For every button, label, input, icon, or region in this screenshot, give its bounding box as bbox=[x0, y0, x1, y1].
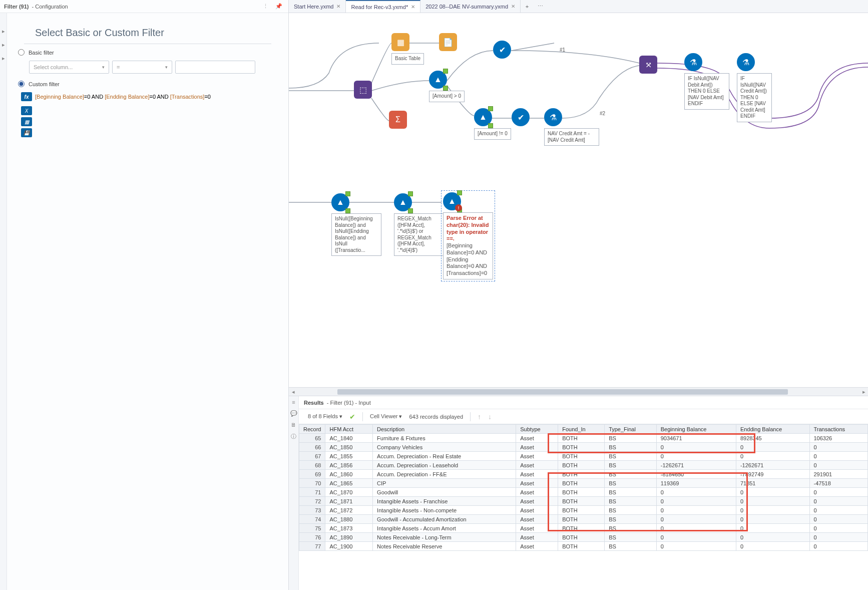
table-cell[interactable]: 0 bbox=[809, 497, 868, 506]
table-cell[interactable]: 0 bbox=[809, 524, 868, 533]
table-cell[interactable]: -1262671 bbox=[656, 461, 736, 470]
join-tool[interactable]: ⬚ bbox=[354, 81, 372, 99]
table-cell[interactable]: AC_1870 bbox=[325, 488, 373, 497]
tab-overflow-button[interactable]: ⋯ bbox=[534, 0, 547, 13]
table-cell[interactable]: Asset bbox=[516, 479, 558, 488]
table-cell[interactable]: 0 bbox=[736, 515, 809, 524]
column-header[interactable]: Type_Final bbox=[605, 425, 657, 434]
transpose-tool[interactable]: ⤧ bbox=[639, 56, 657, 74]
table-cell[interactable]: 0 bbox=[736, 488, 809, 497]
table-cell[interactable]: Asset bbox=[516, 443, 558, 452]
table-cell[interactable]: Asset bbox=[516, 524, 558, 533]
table-cell[interactable]: 8928345 bbox=[736, 434, 809, 443]
table-cell[interactable]: Intangible Assets - Accum Amort bbox=[373, 524, 516, 533]
table-cell[interactable]: BOTH bbox=[558, 470, 605, 479]
scroll-left-icon[interactable]: ◂ bbox=[289, 389, 297, 395]
table-cell[interactable]: AC_1850 bbox=[325, 443, 373, 452]
table-cell[interactable]: 74 bbox=[299, 515, 325, 524]
column-header[interactable]: Description bbox=[373, 425, 516, 434]
table-cell[interactable]: Intangible Assets - Non-compete bbox=[373, 506, 516, 515]
table-cell[interactable]: 0 bbox=[656, 488, 736, 497]
table-cell[interactable]: Asset bbox=[516, 461, 558, 470]
table-cell[interactable]: Notes Receivable - Long-Term bbox=[373, 533, 516, 542]
table-row[interactable]: 66AC_1850Company VehiclesAssetBOTHBS000 bbox=[299, 443, 868, 452]
table-row[interactable]: 68AC_1856Accum. Depreciation - Leasehold… bbox=[299, 461, 868, 470]
table-cell[interactable]: BOTH bbox=[558, 497, 605, 506]
table-row[interactable]: 77AC_1900Notes Receivable ReserveAssetBO… bbox=[299, 542, 868, 551]
table-cell[interactable]: AC_1840 bbox=[325, 434, 373, 443]
table-row[interactable]: 74AC_1880Goodwill - Accumulated Amortiza… bbox=[299, 515, 868, 524]
table-cell[interactable]: Asset bbox=[516, 506, 558, 515]
table-cell[interactable]: BOTH bbox=[558, 488, 605, 497]
column-header[interactable]: Transactions bbox=[809, 425, 868, 434]
table-cell[interactable]: Asset bbox=[516, 470, 558, 479]
table-row[interactable]: 72AC_1871Intangible Assets - FranchiseAs… bbox=[299, 497, 868, 506]
table-row[interactable]: 76AC_1890Notes Receivable - Long-TermAss… bbox=[299, 533, 868, 542]
filter-expression[interactable]: [Beginning Balance]=0 AND [Endding Balan… bbox=[35, 93, 211, 100]
table-cell[interactable]: BS bbox=[605, 479, 657, 488]
fx-icon[interactable]: fx bbox=[21, 92, 32, 101]
column-header[interactable]: HFM Acct bbox=[325, 425, 373, 434]
table-row[interactable]: 70AC_1865CIPAssetBOTHBS11936971851-47518 bbox=[299, 479, 868, 488]
table-cell[interactable]: Asset bbox=[516, 488, 558, 497]
rail-item[interactable]: ▸ bbox=[2, 55, 5, 62]
table-cell[interactable]: BS bbox=[605, 434, 657, 443]
table-cell[interactable]: AC_1860 bbox=[325, 470, 373, 479]
table-cell[interactable]: BOTH bbox=[558, 434, 605, 443]
formula-tool[interactable]: ⚗IF IsNull([NAV Credit Amt]) THEN 0 ELSE… bbox=[737, 53, 772, 122]
table-cell[interactable]: Accum. Depreciation - FF&E bbox=[373, 470, 516, 479]
column-header[interactable]: Endding Balance bbox=[736, 425, 809, 434]
table-cell[interactable]: 0 bbox=[809, 515, 868, 524]
table-cell[interactable]: 0 bbox=[656, 533, 736, 542]
browse-tool[interactable]: ▦Basic Table bbox=[391, 33, 424, 65]
table-row[interactable]: 73AC_1872Intangible Assets - Non-compete… bbox=[299, 506, 868, 515]
fields-check-icon[interactable]: ✔ bbox=[349, 413, 355, 421]
workflow-tab-active[interactable]: Read for Rec-v3.yxmd*✕ bbox=[346, 0, 420, 13]
workflow-tab[interactable]: Start Here.yxmd✕ bbox=[289, 0, 346, 13]
table-cell[interactable]: -7892749 bbox=[736, 470, 809, 479]
table-cell[interactable]: BOTH bbox=[558, 443, 605, 452]
table-cell[interactable]: 72 bbox=[299, 497, 325, 506]
table-row[interactable]: 65AC_1840Furniture & FixturesAssetBOTHBS… bbox=[299, 434, 868, 443]
table-cell[interactable]: 0 bbox=[736, 497, 809, 506]
table-cell[interactable]: 0 bbox=[656, 515, 736, 524]
table-cell[interactable]: Asset bbox=[516, 542, 558, 551]
table-cell[interactable]: Asset bbox=[516, 497, 558, 506]
new-tab-button[interactable]: + bbox=[521, 0, 534, 13]
table-cell[interactable]: 0 bbox=[656, 506, 736, 515]
workflow-tab[interactable]: 2022 08--DAE NV-summary.yxmd✕ bbox=[420, 0, 521, 13]
column-header[interactable]: Beginning Balance bbox=[656, 425, 736, 434]
table-cell[interactable]: Furniture & Fixtures bbox=[373, 434, 516, 443]
table-row[interactable]: 67AC_1855Accum. Depreciation - Real Esta… bbox=[299, 452, 868, 461]
table-cell[interactable]: 0 bbox=[656, 524, 736, 533]
column-header[interactable]: Record bbox=[299, 425, 325, 434]
table-cell[interactable]: Asset bbox=[516, 515, 558, 524]
select-tool[interactable]: ✔ bbox=[512, 108, 530, 126]
browse-tool[interactable]: 📄 bbox=[439, 33, 457, 51]
table-cell[interactable]: BS bbox=[605, 506, 657, 515]
table-cell[interactable]: 0 bbox=[736, 452, 809, 461]
table-cell[interactable]: AC_1871 bbox=[325, 497, 373, 506]
table-cell[interactable]: 0 bbox=[736, 506, 809, 515]
table-cell[interactable]: BS bbox=[605, 470, 657, 479]
table-row[interactable]: 71AC_1870GoodwillAssetBOTHBS000 bbox=[299, 488, 868, 497]
table-cell[interactable]: 119369 bbox=[656, 479, 736, 488]
table-cell[interactable]: BS bbox=[605, 461, 657, 470]
filter-tool[interactable]: ▲[Amount] > 0 bbox=[429, 71, 465, 102]
table-cell[interactable]: Accum. Depreciation - Leasehold bbox=[373, 461, 516, 470]
table-cell[interactable]: BS bbox=[605, 452, 657, 461]
table-cell[interactable]: 0 bbox=[736, 524, 809, 533]
results-info-icon[interactable]: ⓘ bbox=[291, 433, 296, 440]
table-cell[interactable]: 0 bbox=[809, 488, 868, 497]
select-tool[interactable]: ✔ bbox=[493, 41, 511, 59]
operator-dropdown[interactable]: =▾ bbox=[112, 61, 172, 74]
table-cell[interactable]: Goodwill bbox=[373, 488, 516, 497]
menu-icon[interactable]: ⋮ bbox=[261, 3, 270, 10]
table-cell[interactable]: 0 bbox=[809, 461, 868, 470]
table-cell[interactable]: BOTH bbox=[558, 506, 605, 515]
table-cell[interactable]: 0 bbox=[656, 542, 736, 551]
table-cell[interactable]: 73 bbox=[299, 506, 325, 515]
table-cell[interactable]: 291901 bbox=[809, 470, 868, 479]
table-cell[interactable]: 106326 bbox=[809, 434, 868, 443]
table-cell[interactable]: 0 bbox=[809, 443, 868, 452]
